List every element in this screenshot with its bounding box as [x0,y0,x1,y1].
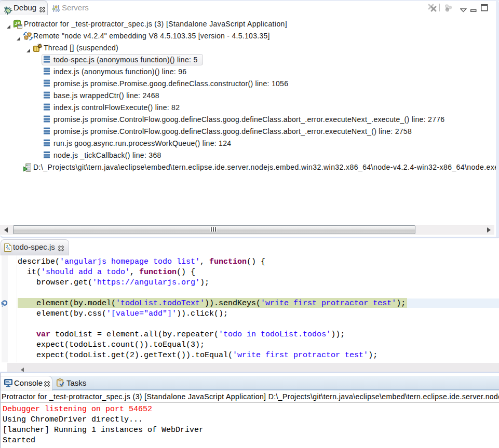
svg-text:J: J [15,21,17,26]
svg-text:S: S [7,247,10,251]
